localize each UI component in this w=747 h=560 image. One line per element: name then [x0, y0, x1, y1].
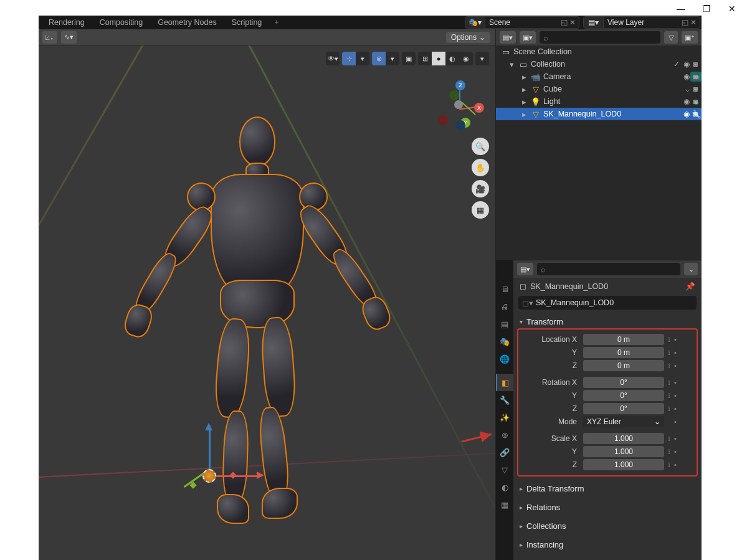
- outliner-item-camera[interactable]: ▸📹 Camera 📹 ◉◙: [496, 70, 702, 83]
- rotation-z-input[interactable]: 0°: [583, 403, 664, 414]
- search-icon: ⌕: [541, 265, 546, 274]
- tab-texture[interactable]: ▦: [496, 496, 513, 513]
- zoom-button[interactable]: 🔍: [472, 138, 489, 155]
- overlays-toggle[interactable]: ⊚: [372, 52, 386, 65]
- tab-world[interactable]: 🌐: [496, 350, 513, 368]
- tab-material[interactable]: ◐: [496, 478, 513, 496]
- properties-panel: 🖥 🖨 ▤ 🎭 🌐 ◧ 🔧 ✨ ⊚ 🔗 ▽ ◐ ▦: [496, 260, 702, 560]
- window-close[interactable]: ✕: [728, 4, 736, 14]
- lock-icon[interactable]: ⟟: [668, 336, 670, 344]
- properties-options-menu[interactable]: ⌄: [684, 263, 698, 275]
- shading-rendered[interactable]: ◉: [459, 52, 473, 65]
- tab-divider: [496, 368, 513, 374]
- object-name-field[interactable]: ◻▾ SK_Mannequin_LOD0: [518, 296, 697, 310]
- shading-wireframe[interactable]: ⊞: [418, 52, 432, 65]
- workspace-add-button[interactable]: +: [270, 17, 282, 28]
- shading-solid[interactable]: ●: [432, 52, 445, 65]
- section-instancing[interactable]: ▸Instancing: [517, 538, 698, 551]
- outliner-view-menu[interactable]: ▣▾: [520, 31, 536, 44]
- section-delta-transform[interactable]: ▸Delta Transform: [517, 482, 698, 495]
- outliner-display-mode[interactable]: ▤▾: [500, 31, 516, 44]
- location-y-input[interactable]: 0 m: [583, 347, 664, 358]
- shading-material[interactable]: ◐: [445, 52, 459, 65]
- outliner-item-light[interactable]: ▸💡 Light ◉ ◉◙: [496, 95, 702, 108]
- gizmos-toggle[interactable]: ⊹: [342, 52, 356, 65]
- properties-type-menu[interactable]: ▤▾: [517, 263, 533, 275]
- gizmo-neg-z[interactable]: [455, 120, 465, 130]
- tab-physics[interactable]: ⊚: [496, 426, 513, 444]
- search-icon: ⌕: [543, 33, 548, 42]
- viewport-options-button[interactable]: Options ⌄: [446, 32, 490, 43]
- scene-selector-buttons[interactable]: ◱ ✕: [558, 18, 579, 27]
- outliner-search-input[interactable]: ⌕: [540, 31, 660, 44]
- tab-particles[interactable]: ✨: [496, 409, 513, 426]
- tab-object[interactable]: ◧: [496, 374, 513, 391]
- pin-icon[interactable]: 📌: [685, 282, 695, 291]
- section-relations[interactable]: ▸Relations: [517, 500, 698, 514]
- window-minimize[interactable]: —: [677, 4, 685, 14]
- gizmos-menu[interactable]: ▾: [356, 52, 369, 65]
- outliner-filter-button[interactable]: ▽: [664, 31, 678, 44]
- shading-options-menu[interactable]: ▾: [475, 52, 489, 65]
- perspective-toggle-button[interactable]: ▦: [472, 201, 489, 219]
- tab-modifiers[interactable]: 🔧: [496, 391, 513, 409]
- xray-toggle[interactable]: ▣: [402, 52, 416, 65]
- scale-z-input[interactable]: 1.000: [583, 459, 664, 470]
- viewlayer-selector-buttons[interactable]: ◱ ✕: [678, 18, 700, 27]
- workspace-tab-compositing[interactable]: Compositing: [93, 16, 149, 29]
- viewport-area: ⟀▾ ∿▾ Options ⌄: [39, 29, 496, 560]
- object-name-browse[interactable]: ◻▾: [522, 298, 536, 308]
- tab-render[interactable]: 🖥: [496, 280, 513, 298]
- location-x-input[interactable]: 0 m: [583, 334, 664, 345]
- scene-selector[interactable]: 🎭▾ Scene ◱ ✕: [465, 16, 579, 29]
- scene-name: Scene: [485, 18, 558, 27]
- section-motion-paths[interactable]: ▸Motion Paths: [517, 556, 698, 560]
- rotation-mode-dropdown[interactable]: XYZ Euler⌄: [583, 416, 664, 427]
- viewport-header: ⟀▾ ∿▾ Options ⌄: [39, 29, 495, 45]
- tab-scene[interactable]: 🎭: [496, 333, 513, 350]
- tab-output[interactable]: 🖨: [496, 298, 513, 315]
- gizmo-neg-y[interactable]: [449, 90, 459, 100]
- gizmo-neg-x[interactable]: [438, 115, 448, 125]
- outliner-new-collection-button[interactable]: ▣⁺: [682, 31, 698, 44]
- scale-x-input[interactable]: 1.000: [583, 433, 664, 444]
- window-maximize[interactable]: ❐: [703, 4, 711, 14]
- rotation-x-input[interactable]: 0°: [583, 377, 664, 388]
- location-z-input[interactable]: 0 m: [583, 360, 664, 371]
- tab-viewlayer[interactable]: ▤: [496, 315, 513, 333]
- animate-dot[interactable]: •: [674, 336, 677, 344]
- pan-button[interactable]: ✋: [472, 159, 489, 176]
- select-visibility-menu[interactable]: 👁▾: [326, 52, 340, 65]
- gizmo-x-axis[interactable]: X: [474, 103, 484, 113]
- scale-y-input[interactable]: 1.000: [583, 446, 664, 457]
- workspace-tab-rendering[interactable]: Rendering: [42, 16, 91, 29]
- pivot-menu[interactable]: ∿▾: [61, 31, 77, 44]
- viewlayer-browse-icon: ▤▾: [584, 17, 604, 28]
- chevron-down-icon: ⌄: [654, 416, 660, 427]
- outliner-header: ▤▾ ▣▾ ⌕ ▽ ▣⁺: [496, 29, 702, 45]
- orientation-menu[interactable]: ⟀▾: [42, 31, 57, 44]
- rotation-y-input[interactable]: 0°: [583, 390, 664, 401]
- topbar: Rendering Compositing Geometry Nodes Scr…: [39, 16, 702, 29]
- workspace-tab-geometry-nodes[interactable]: Geometry Nodes: [151, 16, 222, 29]
- overlays-menu[interactable]: ▾: [386, 52, 399, 65]
- axis-gizmo[interactable]: Z X Y: [434, 80, 484, 130]
- section-collections[interactable]: ▸Collections: [517, 519, 698, 533]
- outliner-item-cube[interactable]: ▸▽ Cube ▽ ⌵◙: [496, 83, 702, 95]
- outliner-item-sk-mannequin[interactable]: ▸▽ SK_Mannequin_LOD0 🔧 ◉◙: [496, 108, 702, 120]
- gizmo-z-axis[interactable]: Z: [455, 80, 465, 90]
- properties-search-input[interactable]: ⌕: [537, 263, 680, 275]
- viewport-3d[interactable]: 👁▾ ⊹ ▾ ⊚ ▾ ▣ ⊞ ● ◐ ◉: [39, 45, 495, 560]
- camera-icon: ◙: [693, 72, 698, 81]
- workspace-tab-scripting[interactable]: Scripting: [226, 16, 269, 29]
- outliner-scene-collection[interactable]: ▭Scene Collection: [496, 45, 702, 58]
- tab-constraints[interactable]: 🔗: [496, 444, 513, 461]
- tab-mesh[interactable]: ▽: [496, 461, 513, 478]
- svg-line-0: [462, 434, 492, 442]
- viewlayer-selector[interactable]: ▤▾ View Layer ◱ ✕: [583, 16, 700, 29]
- camera-view-button[interactable]: 🎥: [472, 180, 489, 197]
- outliner-panel: ▤▾ ▣▾ ⌕ ▽ ▣⁺ ▭Scene Collection ▾▭ Collec…: [496, 29, 702, 260]
- outliner-collection[interactable]: ▾▭ Collection ✓◉◙: [496, 58, 702, 70]
- section-transform[interactable]: ▾ Transform: [517, 315, 698, 328]
- transform-gizmo[interactable]: [193, 425, 280, 500]
